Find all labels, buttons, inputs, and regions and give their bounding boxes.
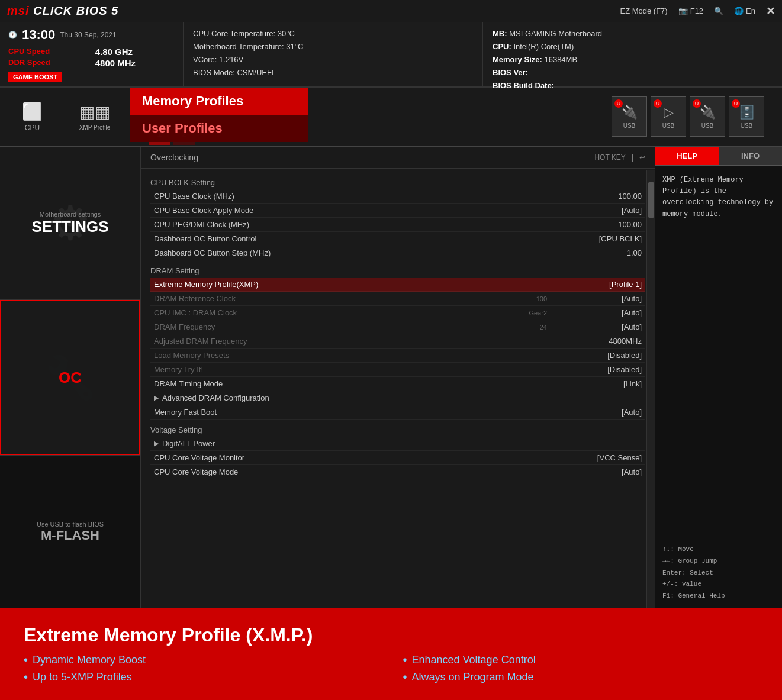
memory-profiles-button[interactable]: Memory Profiles xyxy=(130,88,308,115)
bottom-features: • Dynamic Memory Boost • Enhanced Voltag… xyxy=(24,653,758,684)
table-row[interactable]: Load Memory Presets [Disabled] xyxy=(150,349,645,363)
sidebar-settings[interactable]: ⚙ Motherboard settings SETTINGS xyxy=(0,147,140,300)
settings-label: SETTINGS xyxy=(31,218,108,236)
table-row: Adjusted DRAM Frequency 4800MHz xyxy=(150,334,645,349)
table-row[interactable]: DRAM Reference Clock 100 [Auto] xyxy=(150,292,645,306)
feature-2: • Enhanced Voltage Control xyxy=(403,653,759,667)
cpu-temp: CPU Core Temperature: 30°C xyxy=(193,27,473,40)
date-display: Thu 30 Sep, 2021 xyxy=(60,31,116,39)
top-bar: msi CLICK BIOS 5 EZ Mode (F7) 📷 F12 🔍 🌐 … xyxy=(0,0,782,22)
bios-table: CPU BCLK Setting CPU Base Clock (MHz) 10… xyxy=(141,169,655,483)
usb-label-3: USB xyxy=(701,122,714,129)
mflash-label: M-FLASH xyxy=(41,528,99,543)
usb-label-4: USB xyxy=(741,122,753,129)
table-row[interactable]: Memory Fast Boot [Auto] xyxy=(150,405,645,420)
back-icon[interactable]: ↩ xyxy=(639,153,645,162)
tab-cpu[interactable]: ⬜ CPU xyxy=(0,88,65,146)
feature-3: • Up to 5-XMP Profiles xyxy=(24,670,379,684)
table-row[interactable]: DRAM Frequency 24 [Auto] xyxy=(150,320,645,334)
table-row[interactable]: CPU IMC : DRAM Clock Gear2 [Auto] xyxy=(150,306,645,320)
tab-help[interactable]: HELP xyxy=(655,147,719,165)
help-panel: HELP INFO XMP (Extreme Memory Profile) i… xyxy=(655,147,782,608)
bios-ver-info: BIOS Ver: xyxy=(493,66,773,79)
mb-info: MB: MSI GAMING Motherboard xyxy=(493,27,773,40)
table-row-advanced-dram[interactable]: ▶ Advanced DRAM Configuration xyxy=(150,391,645,405)
feature-1: • Dynamic Memory Boost xyxy=(24,653,379,667)
table-row-digitall[interactable]: ▶ DigitALL Power xyxy=(150,437,645,451)
table-row[interactable]: Dashboard OC Button Control [CPU BCLK] xyxy=(150,232,645,246)
bullet-2: • xyxy=(403,653,407,667)
time-row: 🕐 13:00 Thu 30 Sep, 2021 xyxy=(8,27,175,43)
vcore: VCore: 1.216V xyxy=(193,53,473,66)
tab-info[interactable]: INFO xyxy=(719,147,782,165)
usb-badge-2: U xyxy=(654,99,662,108)
table-row[interactable]: CPU Base Clock (MHz) 100.00 xyxy=(150,189,645,204)
sidebar-mflash[interactable]: Use USB to flash BIOS M-FLASH xyxy=(0,455,140,608)
search-button[interactable]: 🔍 xyxy=(714,7,723,15)
feature-label-1: Dynamic Memory Boost xyxy=(33,654,146,666)
ez-mode-button[interactable]: EZ Mode (F7) xyxy=(620,7,668,15)
help-tabs: HELP INFO xyxy=(655,147,782,165)
table-row-xmp[interactable]: Extreme Memory Profile(XMP) [Profile 1] xyxy=(150,278,645,292)
table-row[interactable]: Dashboard OC Button Step (MHz) 1.00 xyxy=(150,246,645,260)
mb-temp: Motherboard Temperature: 31°C xyxy=(193,40,473,53)
speed-grid: CPU Speed 4.80 GHz DDR Speed 4800 MHz xyxy=(8,47,175,68)
cpu-speed-label: CPU Speed xyxy=(8,47,89,57)
separator: | xyxy=(632,153,633,162)
status-right: MB: MSI GAMING Motherboard CPU: Intel(R)… xyxy=(483,22,782,86)
table-row[interactable]: CPU Core Voltage Monitor [VCC Sense] xyxy=(150,451,645,465)
feature-label-3: Up to 5-XMP Profiles xyxy=(33,671,132,683)
sidebar-oc[interactable]: 🔧 OC xyxy=(0,300,140,455)
tab-xmp-profile[interactable]: ▦▦ XMP Profile xyxy=(65,88,124,146)
table-row[interactable]: CPU PEG/DMI Clock (MHz) 100.00 xyxy=(150,218,645,232)
status-left: 🕐 13:00 Thu 30 Sep, 2021 CPU Speed 4.80 … xyxy=(0,22,184,86)
help-content: XMP (Extreme Memory Profile) is the over… xyxy=(655,166,782,528)
table-row[interactable]: CPU Base Clock Apply Mode [Auto] xyxy=(150,204,645,218)
scroll-thumb[interactable] xyxy=(648,182,654,218)
shortcut-value: +/-: Value xyxy=(662,579,775,591)
feature-4: • Always on Program Mode xyxy=(403,670,759,684)
language-button[interactable]: 🌐 En xyxy=(734,7,755,15)
help-shortcuts: ↑↓: Move →←: Group Jump Enter: Select +/… xyxy=(655,538,782,608)
section-cpu-bclk: CPU BCLK Setting xyxy=(150,178,645,187)
camera-icon: 📷 xyxy=(678,7,688,15)
feature-label-2: Enhanced Voltage Control xyxy=(412,654,536,666)
bios-mode: BIOS Mode: CSM/UEFI xyxy=(193,66,473,79)
bullet-4: • xyxy=(403,670,407,684)
top-right-buttons: EZ Mode (F7) 📷 F12 🔍 🌐 En ✕ xyxy=(620,5,775,18)
usb-tab-1[interactable]: U 🔌 USB xyxy=(612,96,647,137)
table-row[interactable]: DRAM Timing Mode [Link] xyxy=(150,377,645,391)
sidebar: ⚙ Motherboard settings SETTINGS 🔧 OC Use… xyxy=(0,147,141,608)
close-button[interactable]: ✕ xyxy=(766,5,775,18)
f12-button[interactable]: 📷 F12 xyxy=(678,7,703,15)
bullet-1: • xyxy=(24,653,28,667)
nav-tabs: ⬜ CPU ▦▦ XMP Profile 1 2 Memory Profiles… xyxy=(0,88,782,147)
status-bar: 🕐 13:00 Thu 30 Sep, 2021 CPU Speed 4.80 … xyxy=(0,22,782,88)
cpu-icon: ⬜ xyxy=(22,102,43,121)
usb-tab-4[interactable]: U 🗄️ USB xyxy=(729,96,764,137)
shortcut-group: →←: Group Jump xyxy=(662,556,775,567)
usb-icon-1: 🔌 xyxy=(622,105,638,120)
clock-icon: 🕐 xyxy=(8,31,17,39)
shortcut-divider xyxy=(655,533,782,533)
usb-tab-2[interactable]: U ▷ USB xyxy=(651,96,686,137)
usb-label-2: USB xyxy=(662,122,675,129)
panel-header: Overclocking HOT KEY | ↩ xyxy=(141,147,655,169)
game-boost-badge[interactable]: GAME BOOST xyxy=(8,72,62,82)
scrollbar[interactable] xyxy=(646,170,655,608)
user-profiles-button[interactable]: User Profiles xyxy=(130,115,308,142)
usb-icon-2: ▷ xyxy=(664,105,674,120)
feature-label-4: Always on Program Mode xyxy=(412,671,534,683)
table-row[interactable]: Memory Try It! [Disabled] xyxy=(150,363,645,377)
shortcut-help: F1: General Help xyxy=(662,591,775,602)
profiles-dropdown: Memory Profiles User Profiles xyxy=(130,88,308,142)
table-row[interactable]: CPU Core Voltage Mode [Auto] xyxy=(150,465,645,479)
section-voltage: Voltage Setting xyxy=(150,425,645,434)
bottom-section: Extreme Memory Profile (X.M.P.) • Dynami… xyxy=(0,608,782,700)
msi-logo: msi CLICK BIOS 5 xyxy=(7,4,118,18)
ddr-speed-label: DDR Speed xyxy=(8,58,89,68)
mem-info: Memory Size: 16384MB xyxy=(493,53,773,66)
usb-tab-3[interactable]: U 🔌 USB xyxy=(690,96,725,137)
oc-label: OC xyxy=(59,369,82,387)
settings-sublabel: Motherboard settings xyxy=(40,211,101,218)
